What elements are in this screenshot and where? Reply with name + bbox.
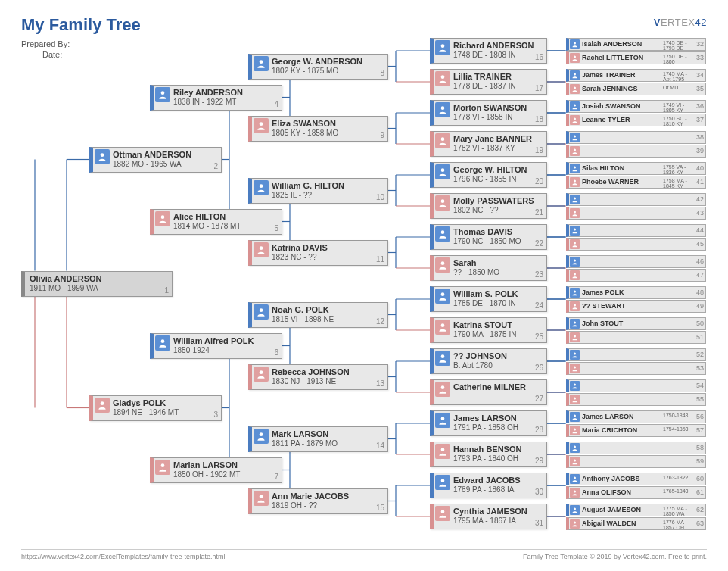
person-dates: 1778 DE - 1837 IN bbox=[434, 82, 546, 92]
person-icon bbox=[570, 364, 580, 373]
person-number: 15 bbox=[376, 504, 384, 512]
person-3: Gladys POLK1894 NE - 1946 MT3 bbox=[89, 395, 222, 421]
svg-point-124 bbox=[574, 508, 576, 510]
svg-point-120 bbox=[574, 446, 576, 448]
person-name bbox=[569, 145, 705, 147]
person-name bbox=[569, 225, 705, 226]
person-35: Sarah JENNINGSOf MD35 bbox=[566, 83, 706, 95]
svg-point-110 bbox=[574, 291, 576, 293]
person-icon bbox=[435, 257, 450, 273]
person-number: 34 bbox=[692, 71, 704, 79]
person-icon bbox=[570, 84, 580, 94]
svg-point-154 bbox=[101, 153, 104, 157]
person-44: 44 bbox=[566, 224, 706, 237]
svg-point-99 bbox=[574, 118, 576, 120]
person-dates: 1882 MO - 1965 WA bbox=[93, 160, 221, 170]
person-56: James LARSON1750-184356 bbox=[566, 410, 706, 423]
person-icon bbox=[570, 443, 580, 453]
person-name: Rebecca JOHNSON bbox=[252, 365, 387, 377]
person-name: John STOUT bbox=[569, 318, 705, 327]
person-46: 46 bbox=[566, 255, 706, 268]
svg-point-116 bbox=[574, 384, 576, 386]
person-number: 41 bbox=[692, 178, 704, 186]
person-4: Riley ANDERSON1838 IN - 1922 MT4 bbox=[150, 85, 282, 111]
svg-point-144 bbox=[260, 184, 263, 188]
person-dates: 1825 IL - ?? bbox=[252, 191, 387, 201]
person-40: Silas HILTON1755 VA - 1836 KY40 bbox=[566, 162, 706, 175]
person-dates: 1749 VI - 1805 KY bbox=[663, 102, 689, 113]
person-47: 47 bbox=[566, 269, 706, 282]
svg-point-141 bbox=[441, 510, 445, 513]
person-number: 20 bbox=[535, 177, 543, 186]
person-number: 44 bbox=[692, 226, 704, 234]
person-name: William S. POLK bbox=[434, 287, 546, 299]
person-name: Lillia TRAINER bbox=[434, 70, 546, 82]
svg-point-138 bbox=[441, 417, 445, 420]
svg-point-127 bbox=[441, 75, 445, 79]
person-icon bbox=[435, 71, 450, 86]
person-37: Leanne TYLER1750 SC - 1810 KY37 bbox=[566, 114, 706, 126]
person-39: 39 bbox=[566, 145, 706, 158]
person-icon bbox=[570, 412, 580, 422]
person-name: ?? STEWART bbox=[569, 301, 705, 310]
person-dates: 1763-1822 bbox=[663, 475, 689, 480]
person-dates bbox=[434, 392, 546, 395]
svg-point-147 bbox=[260, 370, 263, 374]
person-36: Josiah SWANSON1749 VI - 1805 KY36 bbox=[566, 100, 706, 113]
person-21: Molly PASSWATERS1802 NC - ??21 bbox=[430, 193, 547, 219]
person-icon bbox=[435, 506, 450, 521]
person-7: Marian LARSON1850 OH - 1902 MT7 bbox=[150, 457, 282, 483]
person-icon bbox=[435, 475, 450, 490]
person-number: 1 bbox=[164, 286, 169, 295]
person-name bbox=[569, 394, 705, 395]
person-icon bbox=[570, 426, 580, 435]
person-icon bbox=[570, 177, 580, 187]
person-14: Mark LARSON1811 PA - 1879 MO14 bbox=[248, 426, 388, 452]
person-name: Ottman ANDERSON bbox=[93, 148, 221, 160]
person-name bbox=[569, 132, 705, 133]
person-dates: 1791 PA - 1858 OH bbox=[434, 423, 546, 434]
vertex42-logo: VERTEX42 bbox=[654, 15, 707, 29]
person-dates: B. Abt 1780 bbox=[434, 361, 546, 372]
person-11: Katrina DAVIS1823 NC - ??11 bbox=[248, 240, 388, 266]
person-number: 28 bbox=[535, 426, 543, 434]
person-45: 45 bbox=[566, 238, 706, 251]
person-51: 51 bbox=[566, 331, 706, 344]
svg-point-109 bbox=[574, 273, 576, 276]
person-number: 13 bbox=[376, 379, 384, 388]
person-icon bbox=[435, 413, 450, 428]
person-number: 32 bbox=[692, 40, 704, 48]
svg-point-106 bbox=[574, 229, 576, 231]
person-dates: 1819 OH - ?? bbox=[252, 501, 387, 512]
svg-point-117 bbox=[574, 398, 576, 400]
person-number: 55 bbox=[692, 395, 704, 403]
person-dates: 1789 PA - 1868 IA bbox=[434, 485, 546, 496]
person-dates: 1750 DE - 1800 bbox=[663, 54, 689, 64]
person-number: 6 bbox=[274, 348, 278, 357]
person-63: Abigail WALDEN1776 MA - 1857 OH63 bbox=[566, 517, 706, 530]
person-42: 42 bbox=[566, 193, 706, 206]
person-name: James LARSON bbox=[434, 411, 546, 423]
svg-point-113 bbox=[574, 335, 576, 338]
person-number: 51 bbox=[692, 333, 704, 341]
svg-point-129 bbox=[441, 137, 445, 141]
person-number: 61 bbox=[692, 488, 704, 496]
person-61: Anna OLIFSON1765-184061 bbox=[566, 486, 706, 499]
person-5: Alice HILTON1814 MO - 1878 MT5 bbox=[150, 209, 282, 235]
person-name: Katrina DAVIS bbox=[252, 241, 387, 253]
person-2: Ottman ANDERSON1882 MO - 1965 WA2 bbox=[89, 147, 222, 173]
person-icon bbox=[570, 270, 580, 280]
person-20: George W. HILTON1796 NC - 1855 IN20 bbox=[430, 162, 547, 188]
person-number: 54 bbox=[692, 382, 704, 389]
person-number: 57 bbox=[692, 426, 704, 434]
svg-point-95 bbox=[574, 56, 576, 58]
person-59: 59 bbox=[566, 455, 706, 468]
person-dates: 1815 VI - 1898 NE bbox=[252, 315, 387, 326]
person-number: 35 bbox=[692, 85, 704, 92]
svg-point-140 bbox=[441, 479, 445, 482]
person-number: 40 bbox=[692, 164, 704, 172]
person-dates: 1790 NC - 1850 MO bbox=[434, 237, 546, 248]
person-number: 22 bbox=[535, 239, 543, 248]
person-29: Hannah BENSON1793 PA - 1840 OH29 bbox=[430, 442, 547, 467]
svg-point-121 bbox=[574, 460, 576, 462]
